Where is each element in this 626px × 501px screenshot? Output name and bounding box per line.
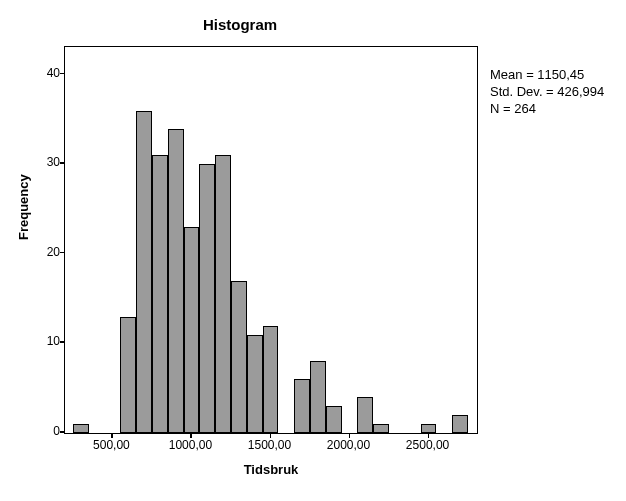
y-tick-mark [60,162,64,164]
histogram-bar [357,397,373,433]
x-tick-label: 2000,00 [327,438,370,452]
x-tick-mark [349,434,351,438]
histogram-bar [310,361,326,433]
histogram-bar [120,317,136,433]
y-tick-label: 20 [40,246,60,258]
y-tick-mark [60,341,64,343]
histogram-bars [65,47,477,433]
histogram-bar [231,281,247,433]
histogram-bar [215,155,231,433]
x-tick-label: 500,00 [93,438,130,452]
y-tick-mark [60,431,64,433]
histogram-bar [199,164,215,433]
y-tick-label: 0 [40,425,60,437]
histogram-bar [263,326,279,433]
summary-stats: Mean = 1150,45 Std. Dev. = 426,994 N = 2… [490,66,604,117]
x-tick-label: 1000,00 [169,438,212,452]
histogram-bar [294,379,310,433]
plot-area [64,46,478,434]
histogram-bar [326,406,342,433]
y-tick-label: 40 [40,67,60,79]
histogram-bar [152,155,168,433]
histogram-bar [421,424,437,433]
x-tick-mark [428,434,430,438]
x-tick-mark [190,434,192,438]
y-tick-mark [60,73,64,75]
y-tick-label: 10 [40,335,60,347]
histogram-bar [373,424,389,433]
histogram-bar [168,129,184,433]
x-tick-mark [111,434,113,438]
y-tick-mark [60,252,64,254]
histogram-bar [136,111,152,433]
y-axis-label: Frequency [16,174,31,240]
stat-mean: Mean = 1150,45 [490,66,604,83]
x-tick-mark [270,434,272,438]
histogram-bar [247,335,263,433]
chart-title: Histogram [0,16,480,33]
x-tick-label: 1500,00 [248,438,291,452]
y-tick-label: 30 [40,156,60,168]
histogram-bar [184,227,200,433]
stat-std: Std. Dev. = 426,994 [490,83,604,100]
stat-n: N = 264 [490,100,604,117]
histogram-bar [73,424,89,433]
x-axis-label: Tidsbruk [64,462,478,477]
x-tick-label: 2500,00 [406,438,449,452]
chart-page: Histogram 010203040 500,001000,001500,00… [0,0,626,501]
histogram-bar [452,415,468,433]
